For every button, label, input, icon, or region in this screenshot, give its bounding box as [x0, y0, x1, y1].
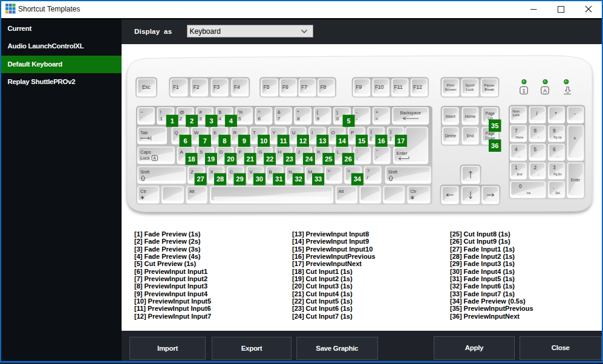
svg-text:J: J — [298, 149, 300, 155]
svg-text:?: ? — [367, 168, 370, 174]
svg-text:34: 34 — [354, 175, 362, 183]
svg-text:Print: Print — [447, 83, 455, 87]
svg-text:R: R — [233, 130, 237, 135]
svg-text:8: 8 — [223, 137, 226, 145]
svg-text:Ins: Ins — [527, 192, 531, 195]
svg-text:4: 4 — [515, 146, 518, 152]
svg-text:Z: Z — [191, 169, 194, 175]
svg-text:F1: F1 — [173, 84, 179, 90]
svg-text:28: 28 — [217, 175, 224, 183]
svg-text:Backspace: Backspace — [400, 111, 421, 115]
svg-text:#: # — [199, 109, 202, 115]
svg-text:Home: Home — [465, 114, 476, 119]
svg-text:Q: Q — [174, 130, 178, 135]
svg-text:16: 16 — [377, 137, 385, 145]
svg-text:6: 6 — [183, 137, 187, 145]
svg-text:Lock: Lock — [140, 155, 150, 161]
svg-text:P: P — [351, 130, 354, 135]
svg-text:+: + — [573, 135, 576, 141]
svg-text:14: 14 — [339, 137, 347, 145]
svg-text:Pause: Pause — [484, 83, 495, 87]
svg-text:K: K — [317, 149, 321, 155]
svg-text:Lock: Lock — [466, 88, 475, 91]
svg-text:36: 36 — [491, 142, 498, 149]
svg-text:23: 23 — [285, 155, 293, 163]
svg-text:Shift: Shift — [388, 169, 398, 175]
svg-text:3: 3 — [199, 116, 202, 122]
svg-text:%: % — [238, 109, 243, 115]
svg-text:19: 19 — [207, 155, 215, 163]
svg-text:): ) — [336, 109, 338, 115]
svg-text:24: 24 — [305, 155, 313, 163]
svg-text:35: 35 — [491, 122, 498, 129]
svg-text:Delete: Delete — [445, 134, 456, 138]
svg-text:Home: Home — [516, 136, 524, 139]
svg-text:Screen: Screen — [445, 88, 456, 91]
svg-text:F7: F7 — [301, 84, 307, 90]
svg-text:Tab: Tab — [140, 130, 148, 135]
svg-text:Lock: Lock — [513, 113, 520, 117]
svg-text:F6: F6 — [282, 84, 288, 90]
svg-text:9: 9 — [243, 137, 246, 145]
svg-text:L: L — [337, 149, 340, 155]
svg-text:25: 25 — [325, 155, 332, 163]
svg-text:12: 12 — [299, 137, 307, 145]
svg-text:Del: Del — [555, 192, 559, 195]
svg-text:}: } — [390, 129, 392, 134]
svg-text:-: - — [356, 116, 357, 122]
svg-text:M: M — [308, 169, 312, 175]
svg-text:&: & — [278, 109, 281, 115]
svg-text:Alt: Alt — [339, 189, 345, 194]
svg-text:F: F — [239, 149, 242, 155]
svg-text:C: C — [230, 169, 233, 175]
svg-text:30: 30 — [256, 175, 263, 183]
svg-text:^: ^ — [258, 109, 260, 115]
svg-text:8: 8 — [534, 128, 537, 134]
svg-text:<: < — [328, 168, 331, 174]
svg-text:F12: F12 — [413, 84, 422, 90]
svg-text:A: A — [153, 156, 156, 160]
svg-text:(: ( — [317, 109, 319, 115]
svg-text:Y: Y — [272, 130, 276, 135]
svg-text:31: 31 — [275, 175, 282, 183]
svg-text:1: 1 — [160, 116, 163, 122]
svg-text:Enter: Enter — [571, 178, 581, 182]
svg-text:;: ; — [357, 155, 358, 161]
svg-text:!: ! — [160, 109, 161, 115]
svg-text:13: 13 — [319, 137, 326, 145]
svg-text:9: 9 — [553, 128, 556, 134]
svg-text:~: ~ — [140, 109, 143, 115]
svg-text:4: 4 — [219, 116, 222, 122]
svg-text:End: End — [517, 173, 523, 176]
svg-text:G: G — [258, 149, 262, 155]
svg-text:3: 3 — [209, 117, 213, 125]
svg-text:33: 33 — [315, 175, 322, 183]
svg-text:Pg Dn: Pg Dn — [553, 173, 562, 176]
svg-text:T: T — [253, 130, 256, 135]
svg-text:F10: F10 — [375, 84, 384, 90]
svg-text:>: > — [347, 168, 350, 174]
svg-text:6: 6 — [553, 146, 556, 152]
svg-text:Insert: Insert — [446, 114, 455, 119]
svg-text:F8: F8 — [320, 84, 326, 90]
svg-text:32: 32 — [295, 175, 302, 183]
svg-text:7: 7 — [278, 116, 281, 122]
svg-text:0: 0 — [519, 183, 522, 189]
svg-text:9: 9 — [317, 116, 320, 122]
svg-text:-: - — [574, 111, 576, 117]
svg-text:N: N — [288, 169, 292, 175]
svg-text:Alt: Alt — [189, 189, 195, 194]
svg-text:End: End — [467, 134, 474, 138]
svg-text:2: 2 — [190, 117, 194, 125]
svg-text:1: 1 — [523, 88, 526, 94]
svg-text:→: → — [556, 155, 559, 158]
svg-text:5: 5 — [238, 116, 241, 122]
svg-text:Num: Num — [513, 109, 520, 113]
svg-text:V: V — [249, 169, 253, 175]
svg-text:D: D — [219, 149, 223, 155]
svg-text:A: A — [180, 149, 184, 155]
svg-text::: : — [357, 149, 358, 154]
svg-text:$: $ — [219, 109, 222, 115]
svg-text:A: A — [543, 88, 547, 94]
svg-text:↓: ↓ — [538, 173, 539, 176]
